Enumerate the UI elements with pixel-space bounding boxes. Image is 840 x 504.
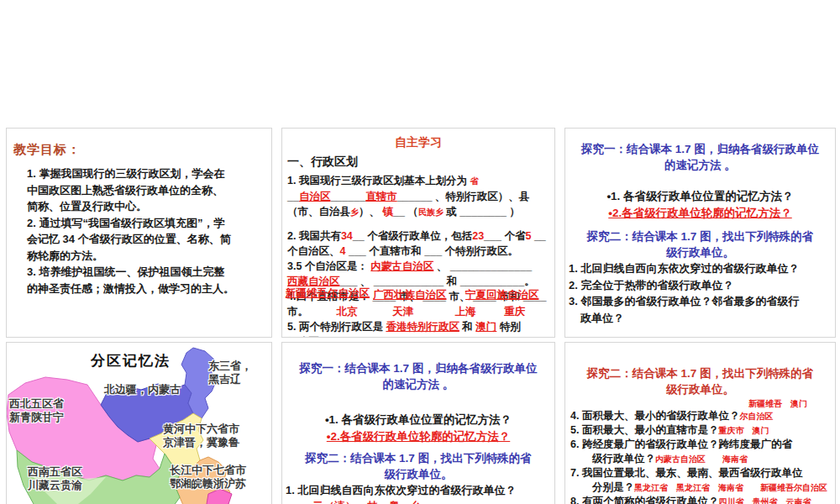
question-6-line1: 6. 跨经度最广的省级行政单位？跨纬度最广的省: [570, 438, 835, 452]
slide2-inner: 自主学习 一、行政区划 1. 我国现行三级行政区划基本上划分为 省 __自治区_…: [282, 135, 554, 338]
label-line: 西北五区省: [9, 397, 64, 411]
city-answer: 天津: [392, 304, 413, 319]
text-segment: （市、自治县: [287, 206, 350, 218]
answer-4-overflow: 新疆维吾 澳门: [570, 399, 835, 409]
text-segment: 、 ______________: [433, 260, 532, 272]
city-answer: 北京: [336, 304, 357, 319]
text-segment: 5. 两个特别行政区是: [287, 321, 386, 333]
text-segment: 23: [472, 230, 484, 242]
question-1: 1. 北回归线自西向东依次穿过的省级行政单位？: [569, 260, 835, 277]
text-segment: 尔自治区: [739, 412, 773, 421]
slide-inquiry-questions: 探究一：结合课本 1.7 图，归纳各省级行政单位 的速记方法 。 •1. 各省级…: [564, 128, 836, 338]
municipality-answers-line: 市。 北京 天津 上海 重庆: [287, 304, 554, 319]
inquiry1-title-line2: 的速记方法 。: [565, 157, 835, 173]
text-segment: 8. 有两个简称的省级行政单位？: [570, 496, 718, 504]
inquiry2-title-line1: 探究二：结合课本 1.7 图，找出下列特殊的省: [282, 450, 554, 466]
text-segment: 澳门: [475, 321, 496, 333]
text-segment: 4. 面积最大、最小的省级行政单位？: [570, 410, 739, 422]
slide6-body: 新疆维吾 澳门 4. 面积最大、最小的省级行政单位？尔自治区 5. 面积最大、最…: [570, 399, 835, 504]
inquiry1-title-line1: 探究一：结合课本 1.7 图，归纳各省级行政单位: [565, 141, 835, 157]
slide4-inner: 分区记忆法 东三省， 黑吉辽 北边疆，内蒙古 西北五区省 新青陕甘宁 黄河中下六…: [7, 343, 271, 504]
question-7-line1: 7. 我国位置最北、最东、最南、最西省级行政单位: [570, 466, 835, 480]
slide6-inner: 探究二：结合课本 1.7 图，找出下列特殊的省 级行政单位。 新疆维吾 澳门 4…: [565, 343, 835, 504]
text-segment: ）、: [359, 206, 382, 218]
question-8: 8. 有两个简称的省级行政单位？四川省 贵州省 云南省: [570, 495, 835, 504]
slide2-body: 1. 我国现行三级行政区划基本上划分为 省 __自治区______直辖市____…: [287, 173, 554, 338]
fill-line: 3.5 个自治区是： 内蒙古自治区 、 ______________: [287, 259, 554, 274]
inquiry2-title-line2: 级行政单位。: [565, 244, 835, 260]
fill-line: __自治区______直辖市______ 、特别行政区）、县: [287, 189, 554, 204]
label-line: 京津晋，冀豫鲁: [163, 436, 239, 449]
objective-line: 中国政区图上熟悉省级行政单位的全称、: [27, 182, 268, 199]
text-segment: __ （: [393, 206, 418, 218]
label-northwest: 西北五区省 新青陕甘宁: [9, 397, 64, 424]
answer-overlay: 宁夏回族自治区: [465, 287, 539, 302]
text-segment: 34: [341, 230, 353, 242]
question-4: 4. 面积最大、最小的省级行政单位？尔自治区: [570, 409, 835, 423]
slide-china-region-map: 分区记忆法 东三省， 黑吉辽 北边疆，内蒙古 西北五区省 新青陕甘宁 黄河中下六…: [6, 342, 272, 504]
text-segment: 乡: [350, 207, 359, 217]
label-line: 长江中下七省市: [170, 464, 246, 477]
slide2-title: 自主学习: [282, 135, 554, 150]
text-segment: 民族乡: [418, 207, 444, 217]
label-line: 西南五省区: [28, 465, 82, 479]
label-line: 黄河中下六省市: [163, 423, 239, 436]
text-segment: 分别是？: [592, 481, 634, 493]
municipalities-overlap-line: 4.四个直辖市是： ____ 市、 ____ 市、 ____ 市和 ____ 新…: [287, 289, 554, 304]
question-7-line2: 分别是？黑龙江省 黑龙江省 海南省 新疆维吾尔自治区: [570, 480, 835, 495]
slide1-inner: 教学目标： 1. 掌握我国现行的三级行政区划，学会在 中国政区图上熟悉省级行政单…: [7, 142, 271, 338]
label-southwest: 西南五省区 川藏云贵渝: [28, 465, 82, 492]
memory-method-item1: •1. 各省级行政单位位置的记忆方法？: [282, 412, 554, 428]
objective-line: 称轮廓的方法。: [27, 248, 268, 265]
text-segment: 香港特别行政区: [386, 321, 459, 333]
text-segment: 四川省 贵州省 云南省: [718, 497, 811, 504]
slide-special-units-answers: 探究二：结合课本 1.7 图，找出下列特殊的省 级行政单位。 新疆维吾 澳门 4…: [564, 342, 836, 504]
slide-teaching-objectives: 教学目标： 1. 掌握我国现行的三级行政区划，学会在 中国政区图上熟悉省级行政单…: [6, 128, 272, 338]
text-segment: ______ 、特别行政区）、县: [397, 191, 530, 202]
fill-line: 5. 两个特别行政区是 香港特别行政区 和 澳门 特别: [287, 319, 554, 334]
text-segment: 或 ________ ）: [444, 206, 520, 218]
memory-method-item2: •2.各省级行政单位轮廓的记忆方法？: [565, 205, 835, 222]
text-segment: 内蒙古自治区 海南省: [655, 454, 748, 464]
answer-overlay: 新疆维吾尔自治区: [286, 286, 370, 301]
text-segment: 和: [459, 321, 475, 333]
text-segment: 7. 我国位置最北、最东、最南、最西省级行政单位: [570, 467, 802, 479]
text-segment: 特别: [496, 321, 520, 333]
text-segment: ______: [330, 191, 365, 202]
text-segment: 省: [470, 176, 478, 186]
text-segment: 内蒙古自治区: [370, 260, 433, 272]
text-segment: 级行政单位？: [592, 453, 655, 465]
fill-line: 行政区。: [287, 334, 554, 338]
label-line: 北边疆，内蒙古: [104, 383, 181, 396]
slide-inquiry-with-answers: 探究一：结合课本 1.7 图，归纳各省级行政单位 的速记方法 。 •1. 各省级…: [281, 342, 555, 504]
slide1-body: 1. 掌握我国现行的三级行政区划，学会在 中国政区图上熟悉省级行政单位的全称、 …: [27, 165, 268, 297]
fill-line: 1. 我国现行三级行政区划基本上划分为 省: [287, 173, 554, 189]
slide2-section-heading: 一、行政区划: [287, 154, 554, 169]
text-segment: 镇: [382, 206, 393, 218]
slide-self-study: 自主学习 一、行政区划 1. 我国现行三级行政区划基本上划分为 省 __自治区_…: [281, 128, 555, 338]
city-answer: 重庆: [504, 304, 525, 319]
question-3-line2: 政单位？: [569, 310, 835, 327]
slide5-inner: 探究一：结合课本 1.7 图，归纳各省级行政单位 的速记方法 。 •1. 各省级…: [282, 343, 554, 504]
map-title: 分区记忆法: [91, 351, 171, 370]
text-segment: 个自治区、: [287, 245, 340, 257]
fill-line: 2. 我国共有34__ 个省级行政单位，包括23___ 个省5 __: [287, 228, 554, 244]
inquiry2-title-line1: 探究二：结合课本 1.7 图，找出下列特殊的省: [565, 228, 835, 244]
text-segment: 6. 跨经度最广的省级行政单位？跨纬度最广的省: [570, 438, 792, 450]
label-yellow-river: 黄河中下六省市 京津晋，冀豫鲁: [163, 423, 239, 449]
question-2: 2. 完全位于热带的省级行政单位？: [569, 277, 835, 294]
text-segment: 2. 我国共有: [287, 230, 341, 242]
line-prefix: 市。: [287, 306, 308, 318]
question-3-line1: 3. 邻国最多的省级行政单位？邻省最多的省级行: [569, 293, 835, 310]
objective-line: 1. 掌握我国现行的三级行政区划，学会在: [27, 165, 268, 182]
label-line: 川藏云贵渝: [28, 479, 82, 492]
fill-line: （市、自治县乡）、 镇__ （民族乡 或 ________ ）: [287, 204, 554, 220]
objective-line: 简称、位置及行政中心。: [27, 198, 268, 215]
inquiry1-title-line2: 的速记方法 。: [282, 376, 554, 392]
text-segment: 重庆市 澳门: [718, 426, 769, 435]
text-segment: ___ 个省: [484, 230, 525, 242]
label-line: 新青陕甘宁: [9, 411, 64, 424]
text-segment: __ 个省级行政单位，包括: [353, 230, 472, 242]
label-northeast: 东三省， 黑吉辽: [208, 360, 252, 386]
text-segment: 5. 面积最大、最小的直辖市是？: [570, 424, 718, 436]
